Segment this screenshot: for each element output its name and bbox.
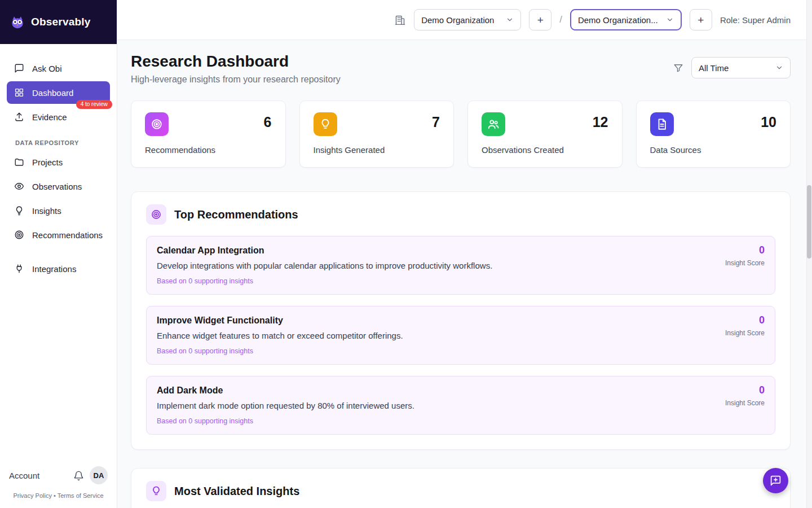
- page-header: Research Dashboard High-leverage insight…: [131, 52, 791, 85]
- recommendation-title: Calendar App Integration: [157, 246, 696, 256]
- org-select-primary[interactable]: Demo Organization: [414, 9, 521, 30]
- stat-card-recommendations[interactable]: 6 Recommendations: [131, 100, 286, 168]
- time-filter-select[interactable]: All Time: [691, 57, 791, 78]
- sidebar-item-label: Observations: [32, 182, 82, 191]
- sidebar-item-observations[interactable]: Observations: [7, 175, 110, 198]
- top-recommendations-panel: Top Recommendations Calendar App Integra…: [131, 191, 791, 450]
- sidebar-item-integrations[interactable]: Integrations: [7, 257, 110, 280]
- role-label: Role: Super Admin: [720, 15, 791, 25]
- users-icon: [482, 112, 505, 136]
- recommendation-item[interactable]: Improve Widget Functionality Enhance wid…: [146, 306, 775, 365]
- brand-header: Observably: [0, 0, 117, 44]
- stat-card-insights-generated[interactable]: 7 Insights Generated: [299, 100, 454, 168]
- scrollbar-thumb[interactable]: [807, 185, 811, 259]
- recommendation-item[interactable]: Add Dark Mode Implement dark mode option…: [146, 376, 775, 435]
- recommendation-support: Based on 0 supporting insights: [157, 277, 696, 285]
- sidebar-item-recommendations[interactable]: Recommendations: [7, 224, 110, 246]
- sidebar: Observably Ask Obi Dashboard 4 to review: [0, 0, 117, 508]
- org-select-secondary[interactable]: Demo Organization...: [570, 9, 682, 30]
- target-icon: [145, 112, 169, 136]
- sidebar-item-label: Evidence: [32, 112, 67, 122]
- brand-name: Observably: [31, 16, 91, 28]
- sidebar-item-evidence[interactable]: Evidence: [7, 106, 110, 128]
- insight-score-value: 0: [725, 314, 765, 326]
- account-label[interactable]: Account: [9, 471, 68, 480]
- stat-value: 12: [593, 114, 608, 130]
- insight-score-label: Insight Score: [725, 399, 765, 407]
- sidebar-item-label: Dashboard: [32, 88, 73, 98]
- recommendation-item[interactable]: Calendar App Integration Develop integra…: [146, 236, 775, 295]
- sidebar-nav: Ask Obi Dashboard 4 to review Evidence D…: [0, 44, 117, 282]
- page-title: Research Dashboard: [131, 52, 341, 71]
- stat-value: 6: [264, 114, 272, 130]
- add-organization-button[interactable]: +: [529, 9, 551, 30]
- organization-building-icon: [394, 14, 406, 26]
- recommendation-description: Enhance widget features to match or exce…: [157, 331, 696, 340]
- lightbulb-icon: [14, 205, 24, 216]
- chevron-down-icon: [775, 64, 783, 72]
- insight-score-value: 0: [725, 244, 765, 256]
- sidebar-item-label: Integrations: [32, 264, 76, 274]
- chevron-down-icon: [506, 16, 514, 24]
- panel-header: Top Recommendations: [146, 204, 775, 225]
- stats-row: 6 Recommendations 7 Insights Generated: [131, 100, 791, 168]
- time-filter-value: All Time: [699, 63, 729, 73]
- dashboard-grid-icon: [14, 87, 24, 98]
- chat-fab-button[interactable]: [763, 468, 788, 493]
- recommendation-title: Add Dark Mode: [157, 386, 696, 396]
- target-icon: [146, 204, 166, 225]
- sidebar-item-insights[interactable]: Insights: [7, 199, 110, 222]
- user-avatar[interactable]: DA: [90, 466, 108, 484]
- sidebar-item-label: Ask Obi: [32, 64, 62, 73]
- main-content: Research Dashboard High-leverage insight…: [117, 40, 807, 508]
- target-icon: [14, 230, 24, 240]
- sidebar-item-label: Projects: [32, 157, 63, 167]
- insight-score-label: Insight Score: [725, 259, 765, 267]
- insight-score-label: Insight Score: [725, 329, 765, 337]
- recommendation-description: Implement dark mode option requested by …: [157, 401, 696, 410]
- add-workspace-button[interactable]: +: [690, 9, 712, 30]
- topbar: Demo Organization + / Demo Organization.…: [117, 0, 807, 40]
- sidebar-item-ask-obi[interactable]: Ask Obi: [7, 57, 110, 80]
- stat-card-observations-created[interactable]: 12 Observations Created: [467, 100, 623, 168]
- sidebar-item-label: Insights: [32, 206, 61, 216]
- eye-icon: [14, 181, 24, 191]
- insight-score-value: 0: [725, 384, 765, 396]
- folder-icon: [14, 157, 24, 167]
- notifications-bell-icon[interactable]: [73, 470, 84, 481]
- recommendation-title: Improve Widget Functionality: [157, 316, 696, 326]
- scrollbar-track[interactable]: [806, 0, 812, 508]
- stat-label: Recommendations: [145, 145, 272, 155]
- panel-header: Most Validated Insights: [146, 481, 775, 501]
- app-root: Observably Ask Obi Dashboard 4 to review: [0, 0, 812, 508]
- account-row: Account DA: [0, 466, 117, 492]
- legal-links[interactable]: Privacy Policy • Terms of Service: [0, 492, 117, 508]
- filter-funnel-icon: [673, 63, 683, 73]
- insight-score-box: 0 Insight Score: [725, 314, 765, 337]
- insight-score-box: 0 Insight Score: [725, 244, 765, 267]
- recommendation-support: Based on 0 supporting insights: [157, 347, 696, 355]
- most-validated-insights-panel: Most Validated Insights: [131, 468, 791, 508]
- owl-logo-icon: [9, 14, 26, 30]
- org-select-primary-value: Demo Organization: [421, 15, 494, 25]
- chat-plus-icon: [770, 475, 782, 487]
- sidebar-item-label: Recommendations: [32, 230, 103, 240]
- chat-icon: [14, 63, 24, 73]
- stat-label: Insights Generated: [314, 145, 440, 155]
- insight-score-box: 0 Insight Score: [725, 384, 765, 407]
- upload-icon: [14, 112, 24, 122]
- stat-value: 10: [761, 114, 776, 130]
- plug-icon: [14, 264, 24, 274]
- stat-card-data-sources[interactable]: 10 Data Sources: [636, 100, 791, 168]
- org-separator: /: [559, 14, 562, 25]
- stat-label: Observations Created: [482, 145, 608, 155]
- time-filter-group: All Time: [673, 57, 791, 78]
- document-icon: [650, 112, 674, 136]
- recommendation-description: Develop integrations with popular calend…: [157, 261, 696, 270]
- lightbulb-icon: [314, 112, 337, 136]
- stat-label: Data Sources: [650, 145, 777, 155]
- sidebar-item-projects[interactable]: Projects: [7, 151, 110, 173]
- stat-value: 7: [432, 114, 440, 130]
- sidebar-item-dashboard[interactable]: Dashboard 4 to review: [7, 81, 110, 104]
- lightbulb-icon: [146, 481, 166, 501]
